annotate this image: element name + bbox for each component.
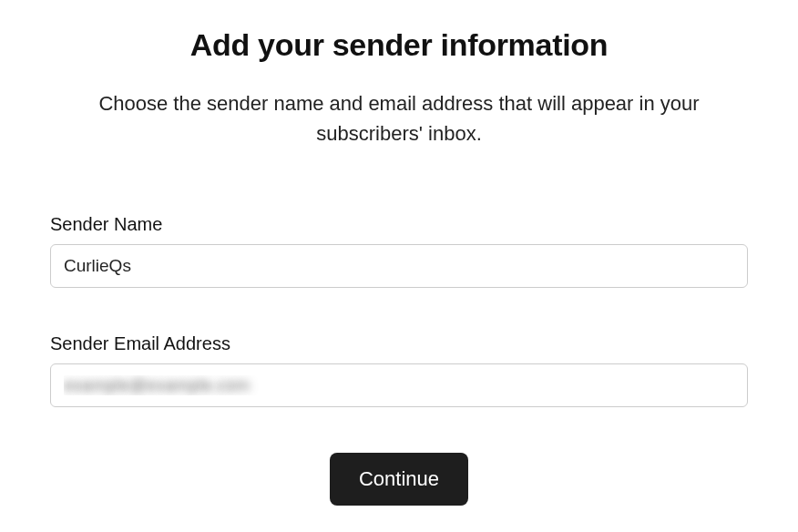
- sender-email-input[interactable]: [50, 363, 748, 407]
- sender-name-group: Sender Name: [50, 214, 748, 288]
- sender-info-form: Add your sender information Choose the s…: [50, 27, 748, 506]
- sender-email-group: Sender Email Address: [50, 333, 748, 407]
- continue-button[interactable]: Continue: [330, 453, 468, 506]
- sender-name-input[interactable]: [50, 244, 748, 288]
- sender-email-label: Sender Email Address: [50, 333, 748, 354]
- button-row: Continue: [50, 453, 748, 506]
- sender-name-label: Sender Name: [50, 214, 748, 235]
- page-title: Add your sender information: [50, 27, 748, 63]
- page-subtitle: Choose the sender name and email address…: [62, 88, 736, 148]
